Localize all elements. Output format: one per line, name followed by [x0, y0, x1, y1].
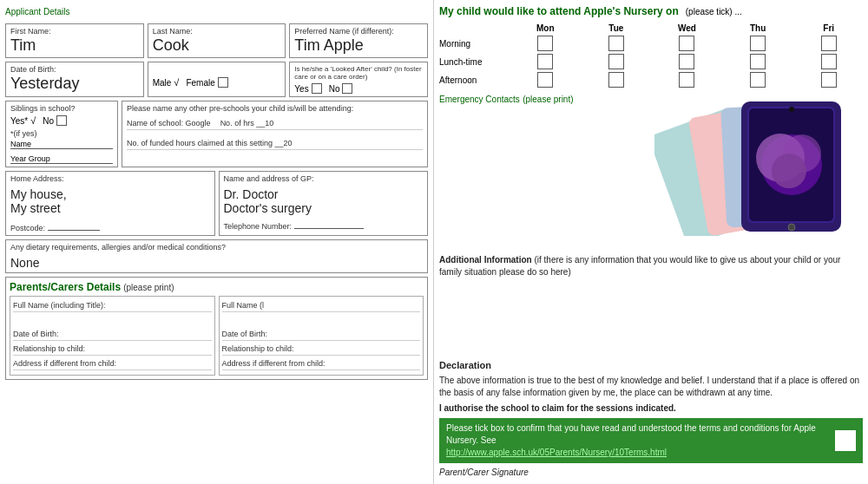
siblings-preschool-row: Siblings in school? Yes* √ No *(if yes) … — [5, 101, 428, 167]
emergency-please-print: (please print) — [523, 95, 573, 104]
afternoon-tue-checkbox[interactable] — [608, 72, 624, 88]
parents-please-print: (please print) — [123, 283, 174, 292]
afternoon-mon-checkbox[interactable] — [537, 72, 553, 88]
looked-after-label: Is he/she a 'Looked After' child? (In fo… — [294, 65, 423, 81]
lunch-wed-checkbox[interactable] — [679, 54, 694, 69]
siblings-no-label: No — [43, 116, 54, 126]
siblings-label: Siblings in school? — [10, 104, 113, 113]
last-name-label: Last Name: — [153, 27, 281, 36]
address-gp-row: Home Address: My house, My street Postco… — [5, 171, 428, 236]
svg-point-11 — [788, 224, 795, 231]
gp-surgery: Doctor's surgery — [224, 201, 424, 215]
declaration-section: Declaration The above information is tru… — [439, 359, 863, 479]
first-name-value: Tim — [10, 36, 139, 55]
gp-label: Name and address of GP: — [224, 174, 424, 183]
gender-female-checkbox[interactable] — [218, 77, 228, 88]
home-address-label: Home Address: — [10, 174, 210, 183]
first-name-cell: First Name: Tim — [5, 23, 144, 58]
year-group-label: Year Group — [10, 154, 50, 163]
postcode-label: Postcode: — [10, 224, 45, 232]
lunch-mon-checkbox[interactable] — [537, 54, 553, 69]
preferred-name-cell: Preferred Name (if different): Tim Apple — [289, 23, 428, 58]
lunch-thu-checkbox[interactable] — [750, 54, 766, 69]
dob-value: Yesterday — [10, 75, 139, 93]
dietary-label: Any dietary requirements, allergies and/… — [10, 243, 423, 252]
terms-confirm-checkbox[interactable] — [835, 430, 856, 451]
looked-after-yes-checkbox[interactable] — [312, 83, 322, 94]
afternoon-fri-checkbox[interactable] — [821, 72, 837, 88]
applicant-title-text: Applicant Details — [5, 7, 69, 16]
dietary-cell: Any dietary requirements, allergies and/… — [5, 239, 428, 273]
signature-line: Parent/Carer Signature — [439, 467, 863, 479]
preferred-name-label: Preferred Name (if different): — [294, 27, 423, 36]
preschool-cell: Please name any other pre-schools your c… — [122, 101, 428, 167]
session-lunch: Lunch-time — [439, 54, 509, 69]
afternoon-wed-checkbox[interactable] — [679, 72, 694, 88]
additional-info-title: Additional Information — [439, 255, 532, 265]
looked-after-yes-label: Yes — [294, 84, 308, 94]
please-tick: (please tick) ... — [686, 7, 742, 16]
parent1-relationship-label: Relationship to child: — [13, 343, 212, 356]
home-address-value: My house, My street — [10, 187, 210, 215]
additional-info-section: Additional Information (if there is any … — [439, 254, 863, 278]
last-name-cell: Last Name: Cook — [148, 23, 286, 58]
name-row: First Name: Tim Last Name: Cook Preferre… — [5, 23, 428, 58]
preferred-name-value: Tim Apple — [294, 36, 423, 55]
dob-cell: Date of Birth: Yesterday — [5, 62, 144, 97]
morning-fri-checkbox[interactable] — [821, 36, 837, 51]
svg-point-10 — [789, 107, 794, 112]
attendance-section: My child would like to attend Apple's Nu… — [439, 5, 863, 88]
afternoon-thu-checkbox[interactable] — [750, 72, 766, 88]
right-panel: My child would like to attend Apple's Nu… — [434, 0, 868, 484]
declaration-title: Declaration — [439, 359, 863, 372]
svg-point-9 — [772, 154, 806, 188]
gender-male-label: Male — [153, 78, 172, 88]
siblings-no-checkbox[interactable] — [56, 115, 67, 126]
authorise-line: I authorise the school to claim for the … — [439, 402, 863, 415]
siblings-yes-tick: √ — [30, 115, 36, 126]
gender-male-option: Male √ — [153, 77, 180, 88]
parents-row: Full Name (including Title): Date of Bir… — [10, 296, 424, 376]
siblings-no-option: No — [43, 115, 67, 126]
dob-gender-row: Date of Birth: Yesterday Male √ Female I… — [5, 62, 428, 97]
day-fri: Fri — [794, 23, 863, 33]
school-name-label: Name of school: Google — [127, 119, 211, 128]
address-cell: Home Address: My house, My street Postco… — [5, 171, 215, 236]
session-morning: Morning — [439, 36, 509, 51]
gender-male-tick: √ — [174, 77, 179, 88]
lunch-fri-checkbox[interactable] — [821, 54, 837, 69]
morning-wed-checkbox[interactable] — [679, 36, 694, 51]
gender-female-option: Female — [186, 77, 227, 88]
gp-cell: Name and address of GP: Dr. Doctor Docto… — [219, 171, 429, 236]
terms-text: Please tick box to confirm that you have… — [446, 423, 816, 445]
emergency-ipad-area: Emergency Contacts (please print) — [439, 93, 863, 249]
parent1-fullname-label: Full Name (including Title): — [13, 299, 212, 312]
gender-female-label: Female — [186, 78, 214, 88]
telephone-label: Telephone Number: — [224, 222, 293, 231]
day-mon: Mon — [511, 23, 580, 33]
morning-tue-checkbox[interactable] — [608, 36, 624, 51]
looked-after-no: No — [329, 83, 353, 94]
parent2-col: Full Name (l Date of Birth: Relationship… — [219, 296, 424, 376]
other-preschools-label: Please name any other pre-schools your c… — [127, 104, 423, 113]
dietary-value: None — [10, 256, 423, 270]
left-panel: Applicant Details First Name: Tim Last N… — [0, 0, 434, 484]
morning-thu-checkbox[interactable] — [750, 36, 766, 51]
applicant-section-title: Applicant Details — [5, 5, 428, 17]
declaration-body: The above information is true to the bes… — [439, 375, 863, 399]
parent2-relationship-label: Relationship to child: — [222, 343, 421, 356]
terms-text-area: Please tick box to confirm that you have… — [446, 422, 828, 459]
siblings-cell: Siblings in school? Yes* √ No *(if yes) … — [5, 101, 118, 167]
parents-section: Parents/Carers Details (please print) Fu… — [5, 277, 428, 380]
morning-mon-checkbox[interactable] — [537, 36, 553, 51]
day-tue: Tue — [582, 23, 651, 33]
looked-after-no-label: No — [329, 84, 340, 94]
name-label: Name — [10, 140, 31, 148]
day-wed: Wed — [653, 23, 721, 33]
session-afternoon: Afternoon — [439, 72, 509, 88]
looked-after-no-checkbox[interactable] — [342, 83, 352, 94]
lunch-tue-checkbox[interactable] — [608, 54, 624, 69]
last-name-value: Cook — [153, 36, 281, 55]
looked-after-cell: Is he/she a 'Looked After' child? (In fo… — [289, 62, 428, 97]
terms-link: http://www.apple.sch.uk/05Parents/Nurser… — [446, 448, 667, 457]
